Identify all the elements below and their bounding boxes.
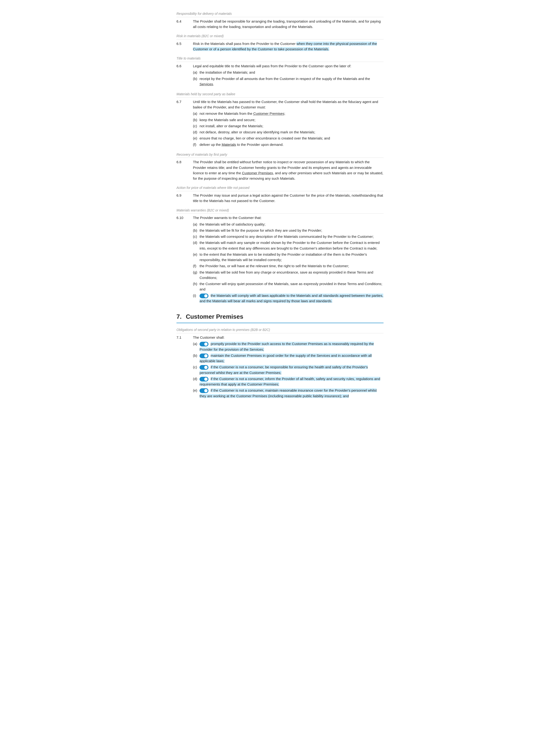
section-6-bailee: Materials held by second party as bailee…: [176, 92, 384, 148]
clause-6-6-list: (a) the installation of the Materials; a…: [193, 69, 384, 87]
list-item: (g) the Materials will be sold free from…: [193, 270, 384, 281]
sub-label: (b): [193, 76, 199, 87]
list-item: (b) the Materials will be fit for the pu…: [193, 228, 384, 233]
sub-label: (a): [193, 221, 199, 227]
sub-label: (g): [193, 270, 199, 281]
sub-text: ensure that no charge, lien or other enc…: [199, 136, 384, 141]
clause-num-6-4: 6.4: [176, 19, 193, 30]
sub-label: (c): [193, 123, 199, 129]
clause-num-7-1: 7.1: [176, 335, 193, 399]
toggle-knob: [204, 389, 207, 392]
sub-label: (a): [193, 69, 199, 75]
list-item: (e) ensure that no charge, lien or other…: [193, 136, 384, 141]
clause-content-6-7: Until title to the Materials has passed …: [193, 99, 384, 148]
clause-6-6: 6.6 Legal and equitable title to the Mat…: [176, 63, 384, 88]
clause-num-6-7: 6.7: [176, 99, 193, 148]
heading-recovery: Recovery of materials by first party: [176, 152, 384, 158]
sub-label: (e): [193, 388, 199, 399]
sub-text: keep the Materials safe and secure;: [199, 117, 384, 123]
clause-6-6-intro: Legal and equitable title to the Materia…: [193, 64, 351, 68]
sub-label: (c): [193, 234, 199, 239]
sub-text: to the extent that the Materials are to …: [199, 252, 384, 263]
clause-6-10-list: (a) the Materials will be of satisfactor…: [193, 221, 384, 304]
clause-6-10: 6.10 The Provider warrants to the Custom…: [176, 215, 384, 304]
clause-6-8: 6.8 The Provider shall be entitled witho…: [176, 159, 384, 181]
sub-text: the Materials will be of satisfactory qu…: [199, 221, 384, 227]
sub-label: (a): [193, 341, 199, 352]
clause-6-7: 6.7 Until title to the Materials has pas…: [176, 99, 384, 148]
clause-num-6-6: 6.6: [176, 63, 193, 88]
sub-text: promptly provide to the Provider such ac…: [199, 341, 384, 352]
clause-num-6-5: 6.5: [176, 41, 193, 52]
clause-7-1: 7.1 The Customer shall: (a) promptly pro…: [176, 335, 384, 399]
sub-label: (d): [193, 129, 199, 135]
sub-label: (b): [193, 117, 199, 123]
list-item: (b) keep the Materials safe and secure;: [193, 117, 384, 123]
section-6-recovery: Recovery of materials by first party 6.8…: [176, 152, 384, 181]
clause-6-7-intro: Until title to the Materials has passed …: [193, 100, 378, 109]
sub-text: the Materials will match any sample or m…: [199, 240, 384, 251]
clause-7-1-a-text: promptly provide to the Provider such ac…: [199, 342, 374, 351]
list-item: (h) the Customer will enjoy quiet posses…: [193, 281, 384, 292]
list-item: (a) the installation of the Materials; a…: [193, 69, 384, 75]
heading-action: Action for price of materials where titl…: [176, 185, 384, 191]
list-item: (b) receipt by the Provider of all amoun…: [193, 76, 384, 87]
list-item: (c) if the Customer is not a consumer, b…: [193, 364, 384, 376]
list-item: (i) the Materials will comply with all l…: [193, 293, 384, 304]
sub-text: the installation of the Materials; and: [199, 69, 384, 75]
toggle-knob: [204, 366, 207, 369]
list-item: (d) not deface, destroy, alter or obscur…: [193, 129, 384, 135]
sub-text: the Provider has, or will have at the re…: [199, 263, 384, 269]
sub-text: if the Customer is not a consumer, maint…: [199, 388, 384, 399]
sub-label: (f): [193, 263, 199, 269]
sub-text: the Materials will correspond to any des…: [199, 234, 384, 239]
toggle-7-1-b[interactable]: [199, 353, 208, 358]
sub-text: deliver up the Materials to the Provider…: [199, 142, 384, 147]
toggle-knob: [204, 294, 207, 298]
sub-text: not deface, destroy, alter or obscure an…: [199, 129, 384, 135]
list-item: (d) if the Customer is not a consumer, i…: [193, 376, 384, 387]
sub-text: the Customer will enjoy quiet possession…: [199, 281, 384, 292]
section-7: 7.Customer Premises Obligations of secon…: [176, 312, 384, 399]
clause-6-5: 6.5 Risk in the Materials shall pass fro…: [176, 41, 384, 52]
sub-label: (f): [193, 142, 199, 147]
clause-content-7-1: The Customer shall: (a) promptly provide…: [193, 335, 384, 399]
heading-bailee: Materials held by second party as bailee: [176, 92, 384, 98]
clause-content-6-10: The Provider warrants to the Customer th…: [193, 215, 384, 304]
clause-num-6-8: 6.8: [176, 159, 193, 181]
heading-7-1-sub: Obligations of second party in relation …: [176, 327, 384, 333]
toggle-7-1-d[interactable]: [199, 377, 208, 382]
sub-text: not remove the Materials from the Custom…: [199, 111, 384, 116]
list-item: (f) deliver up the Materials to the Prov…: [193, 142, 384, 147]
list-item: (e) if the Customer is not a consumer, m…: [193, 388, 384, 399]
sub-text: receipt by the Provider of all amounts d…: [199, 76, 384, 87]
section-7-num: 7.: [176, 313, 182, 320]
toggle-7-1-c[interactable]: [199, 365, 208, 370]
toggle-7-1-e[interactable]: [199, 388, 208, 393]
clause-7-1-d-text: if the Customer is not a consumer, infor…: [199, 377, 380, 386]
section-6-warranties: Materials warranties (B2C or mixed) 6.10…: [176, 208, 384, 304]
sub-text: not install, alter or damage the Materia…: [199, 123, 384, 129]
heading-title-materials: Title to materials: [176, 56, 384, 62]
sub-label: (h): [193, 281, 199, 292]
sub-text: the Materials will be fit for the purpos…: [199, 228, 384, 233]
sub-label: (b): [193, 228, 199, 233]
clause-7-1-c-text: if the Customer is not a consumer, be re…: [199, 365, 368, 375]
clause-content-6-5: Risk in the Materials shall pass from th…: [193, 41, 384, 52]
list-item: (a) the Materials will be of satisfactor…: [193, 221, 384, 227]
list-item: (c) the Materials will correspond to any…: [193, 234, 384, 239]
clause-6-4: 6.4 The Provider shall be responsible fo…: [176, 19, 384, 30]
toggle-6-10-i[interactable]: [199, 294, 208, 298]
section-7-heading: 7.Customer Premises: [176, 312, 384, 323]
clause-7-1-e-text: if the Customer is not a consumer, maint…: [199, 388, 377, 398]
clause-7-1-list: (a) promptly provide to the Provider suc…: [193, 341, 384, 399]
sub-label: (b): [193, 353, 199, 364]
sub-text: maintain the Customer Premises in good o…: [199, 353, 384, 364]
sub-label: (d): [193, 240, 199, 251]
clause-content-6-4: The Provider shall be responsible for ar…: [193, 19, 384, 30]
clause-6-10-intro: The Provider warrants to the Customer th…: [193, 216, 262, 220]
list-item: (b) maintain the Customer Premises in go…: [193, 353, 384, 364]
section-7-title: Customer Premises: [186, 313, 243, 320]
toggle-7-1-a[interactable]: [199, 342, 208, 346]
clause-content-6-9: The Provider may issue and pursue a lega…: [193, 193, 384, 204]
